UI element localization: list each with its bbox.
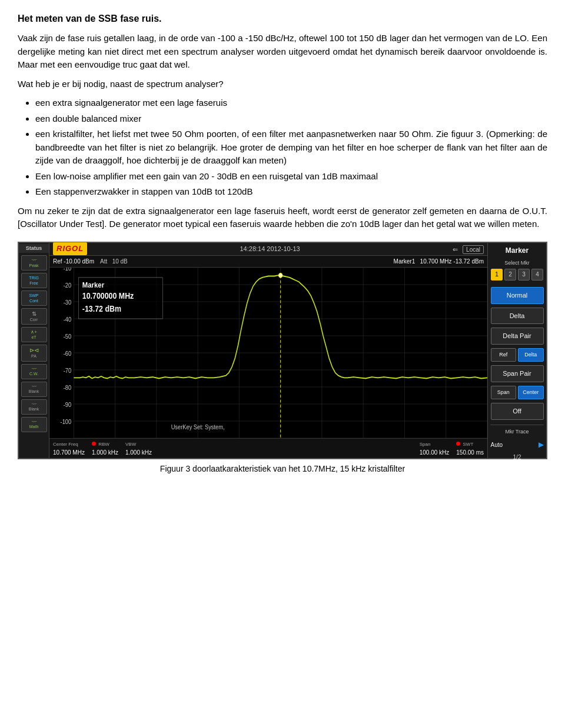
svg-text:-10: -10: [64, 268, 72, 272]
paragraph-2: Wat heb je er bij nodig, naast de spectr…: [18, 78, 547, 91]
rbw-value: 1.000 kHz: [92, 448, 118, 457]
analyzer-topbar: RIGOL 14:28:14 2012-10-13 ⇐ Local: [49, 243, 487, 256]
off-button[interactable]: Off: [491, 403, 544, 420]
center-freq-value: 10.700 MHz: [53, 448, 85, 457]
swt-dot: [456, 442, 460, 446]
spectrum-analyzer: Status 〰 Peak TRIG Free SWP Cont ⇅ Corr …: [18, 242, 547, 459]
bullet-list: een extra signaalgenerator met een lage …: [35, 96, 547, 199]
figure-caption: Figuur 3 doorlaatkarakteristiek van het …: [18, 463, 547, 475]
sidebar-et[interactable]: ∧+ eT: [21, 327, 47, 342]
svg-text:-80: -80: [64, 384, 72, 391]
marker1-value: 10.700 MHz -13.72 dBm: [420, 258, 484, 265]
span-half-btn[interactable]: Span: [491, 386, 517, 400]
bullet-item-1: een extra signaalgenerator met een lage …: [35, 96, 547, 110]
svg-text:-50: -50: [64, 333, 72, 340]
mkr-btn-4[interactable]: 4: [531, 269, 543, 280]
bullet-item-3: een kristalfilter, het liefst met twee 5…: [35, 128, 547, 168]
analyzer-infobar: Ref -10.00 dBm Att 10 dB Marker1 10.700 …: [49, 256, 487, 268]
span-pair-button[interactable]: Span Pair: [491, 365, 544, 382]
att-value: 10 dB: [112, 258, 128, 265]
sidebar-pa[interactable]: ⊳⊲ PA: [21, 345, 47, 361]
att-display: Att 10 dB: [100, 257, 128, 266]
swt-label: SWT: [463, 442, 474, 447]
center-half-btn[interactable]: Center: [518, 386, 544, 400]
analyzer-sidebar: Status 〰 Peak TRIG Free SWP Cont ⇅ Corr …: [19, 243, 49, 458]
datetime-display: 14:28:14 2012-10-13: [240, 244, 300, 254]
span-item: Span 100.00 kHz: [420, 441, 450, 457]
span-center-row: Span Center: [491, 386, 544, 400]
mkr-button-group: 1 2 3 4: [490, 269, 544, 280]
marker1-display: Marker1 10.700 MHz -13.72 dBm: [394, 257, 484, 266]
bullet-item-5: Een stappenverzwakker in stappen van 10d…: [35, 185, 547, 199]
rigol-logo: RIGOL: [53, 242, 87, 255]
figure-3: Status 〰 Peak TRIG Free SWP Cont ⇅ Corr …: [18, 242, 547, 475]
spectrum-svg: -10 -20 -30 -40 -50 -60 -70 -80 -90 -100: [49, 268, 487, 438]
rbw-item: RBW 1.000 kHz: [92, 441, 118, 457]
swt-item: SWT 150.00 ms: [456, 441, 484, 457]
analyzer-main: RIGOL 14:28:14 2012-10-13 ⇐ Local Ref -1…: [49, 243, 487, 458]
span-label: Span: [420, 441, 431, 448]
sidebar-swp[interactable]: SWP Cont: [21, 290, 47, 306]
marker-panel: Marker Select Mkr 1 2 3 4 Normal Delta D…: [487, 243, 546, 458]
ref-display: Ref -10.00 dBm: [53, 257, 94, 266]
svg-text:-40: -40: [64, 316, 72, 323]
spectrum-grid: -10 -20 -30 -40 -50 -60 -70 -80 -90 -100: [49, 268, 487, 438]
sidebar-corr[interactable]: ⇅ Corr: [21, 308, 47, 325]
svg-text:Marker: Marker: [82, 280, 104, 289]
rbw-dot: [92, 442, 96, 446]
auto-row: Auto ▶: [491, 439, 544, 450]
sidebar-blank2[interactable]: 〰 Blank: [21, 399, 47, 415]
fraction-display: 1/2: [491, 453, 544, 462]
svg-text:-70: -70: [64, 367, 72, 374]
mkr-btn-3[interactable]: 3: [518, 269, 530, 280]
delta-pair-ref-row: Ref Delta: [491, 348, 544, 362]
rbw-row: RBW: [92, 441, 109, 448]
svg-text:-100: -100: [61, 418, 72, 425]
ref-half-btn[interactable]: Ref: [491, 348, 517, 362]
vbw-item: VBW 1.000 kHz: [125, 441, 152, 457]
svg-text:10.700000 MHz: 10.700000 MHz: [82, 291, 134, 300]
bullet-item-4: Een low-noise amplifier met een gain van…: [35, 170, 547, 183]
svg-text:-30: -30: [64, 299, 72, 306]
svg-text:UserKey Set:   System,: UserKey Set: System,: [171, 423, 225, 430]
local-badge: Local: [463, 245, 484, 254]
paragraph-1: Vaak zijn de fase ruis getallen laag, in…: [18, 32, 547, 72]
paragraph-3: Om nu zeker te zijn dat de extra signaal…: [18, 205, 547, 231]
delta-button[interactable]: Delta: [491, 308, 544, 325]
sidebar-peak[interactable]: 〰 Peak: [21, 255, 47, 271]
sidebar-cw[interactable]: 〰 C.W.: [21, 364, 47, 379]
arrow-right-icon[interactable]: ▶: [539, 439, 544, 450]
mkr-trace-label: Mkr Trace: [490, 428, 544, 436]
sidebar-blank1[interactable]: 〰 Blank: [21, 382, 47, 397]
panel-divider: [490, 425, 544, 425]
svg-text:-90: -90: [64, 401, 72, 408]
svg-text:-20: -20: [64, 282, 72, 289]
analyzer-bottombar: Center Freq 10.700 MHz RBW 1.000 kHz VBW…: [49, 438, 487, 458]
arrow-icon: ⇐: [453, 246, 458, 253]
svg-text:-13.72 dBm: -13.72 dBm: [82, 304, 121, 313]
bottombar-params: Center Freq 10.700 MHz RBW 1.000 kHz VBW…: [53, 441, 484, 457]
att-label: Att: [100, 258, 107, 265]
bullet-item-2: een double balanced mixer: [35, 112, 547, 126]
ref-value: -10.00 dBm: [64, 258, 94, 265]
normal-button[interactable]: Normal: [491, 287, 544, 304]
rbw-label: RBW: [98, 442, 109, 447]
center-freq-item: Center Freq 10.700 MHz: [53, 441, 85, 457]
page-title: Het meten van de SSB fase ruis.: [18, 12, 547, 26]
center-freq-label: Center Freq: [53, 441, 78, 448]
mkr-btn-1[interactable]: 1: [491, 269, 503, 280]
delta-half-btn[interactable]: Delta: [518, 348, 544, 362]
marker-panel-title: Marker: [490, 245, 544, 256]
svg-text:-60: -60: [64, 350, 72, 357]
sidebar-math[interactable]: 〰 Math: [21, 417, 47, 432]
delta-pair-button[interactable]: Delta Pair: [491, 328, 544, 345]
swt-value: 150.00 ms: [456, 448, 484, 457]
mkr-btn-2[interactable]: 2: [504, 269, 516, 280]
select-mkr-label: Select Mkr: [490, 259, 544, 268]
vbw-value: 1.000 kHz: [125, 448, 152, 457]
vbw-label: VBW: [125, 441, 136, 448]
status-label: Status: [19, 244, 49, 253]
auto-label: Auto: [491, 440, 503, 449]
sidebar-trig[interactable]: TRIG Free: [21, 273, 47, 288]
marker1-label: Marker1: [394, 258, 416, 265]
